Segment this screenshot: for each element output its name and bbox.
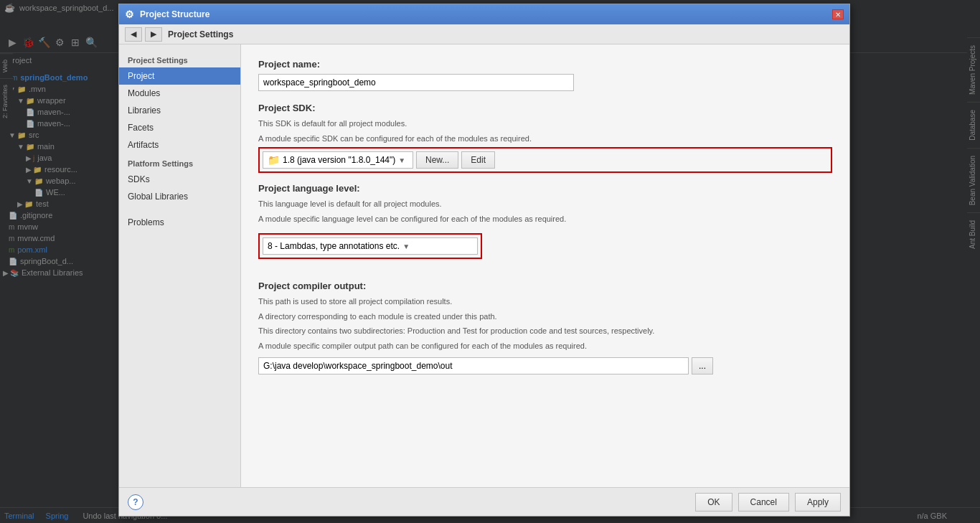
compiler-output-row: ... bbox=[258, 357, 832, 374]
compiler-desc2: A directory corresponding to each module… bbox=[258, 311, 832, 323]
compiler-output-label: Project compiler output: bbox=[258, 281, 832, 291]
sidebar-item-global-libraries[interactable]: Global Libraries bbox=[119, 188, 240, 205]
sidebar-item-libraries[interactable]: Libraries bbox=[119, 102, 240, 119]
dialog-sidebar: Project Settings Project Modules Librari… bbox=[119, 44, 241, 487]
sdk-selector-box: 📁 1.8 (java version "1.8.0_144") ▼ New..… bbox=[258, 147, 832, 173]
project-settings-section: Project Settings bbox=[119, 53, 240, 67]
sidebar-item-project[interactable]: Project bbox=[119, 67, 240, 85]
project-name-label: Project name: bbox=[258, 59, 832, 70]
dialog-body: Project Settings Project Modules Librari… bbox=[119, 44, 849, 487]
lang-dropdown-arrow: ▼ bbox=[402, 242, 410, 250]
compiler-desc3: This directory contains two subdirectori… bbox=[258, 325, 832, 337]
sdk-dropdown[interactable]: 📁 1.8 (java version "1.8.0_144") ▼ bbox=[263, 151, 413, 169]
lang-level-dropdown[interactable]: 8 - Lambdas, type annotations etc. ▼ bbox=[263, 237, 478, 255]
sdk-label: Project SDK: bbox=[258, 103, 832, 113]
dialog-main-content: Project name: Project SDK: This SDK is d… bbox=[241, 44, 849, 487]
sidebar-item-sdks[interactable]: SDKs bbox=[119, 171, 240, 188]
dialog-close-btn[interactable]: ✕ bbox=[832, 9, 844, 19]
nav-section-label: Project Settings bbox=[168, 29, 233, 39]
compiler-output-input[interactable] bbox=[258, 357, 689, 374]
compiler-desc4: A module specific compiler output path c… bbox=[258, 340, 832, 352]
compiler-desc1: This path is used to store all project c… bbox=[258, 296, 832, 308]
lang-level-box: 8 - Lambdas, type annotations etc. ▼ bbox=[258, 233, 482, 259]
apply-button[interactable]: Apply bbox=[795, 493, 841, 512]
ok-button[interactable]: OK bbox=[695, 493, 732, 512]
lang-level-label: Project language level: bbox=[258, 183, 832, 194]
lang-level-desc2: A module specific language level can be … bbox=[258, 213, 832, 225]
sdk-edit-btn[interactable]: Edit bbox=[461, 151, 495, 169]
sdk-desc2: A module specific SDK can be configured … bbox=[258, 133, 832, 145]
lang-level-desc1: This language level is default for all p… bbox=[258, 198, 832, 210]
sidebar-item-artifacts[interactable]: Artifacts bbox=[119, 136, 240, 154]
dialog-window-controls: ✕ bbox=[832, 9, 844, 19]
dialog-footer: ? OK Cancel Apply bbox=[119, 487, 849, 516]
dialog-title: Project Structure bbox=[140, 9, 209, 19]
sidebar-item-problems[interactable]: Problems bbox=[119, 214, 240, 231]
sidebar-item-modules[interactable]: Modules bbox=[119, 85, 240, 102]
project-structure-dialog: ⚙ Project Structure ✕ ◀ ▶ Project Settin… bbox=[118, 4, 850, 517]
back-button[interactable]: ◀ bbox=[125, 27, 142, 42]
dialog-navbar: ◀ ▶ Project Settings bbox=[119, 24, 849, 44]
project-name-input[interactable] bbox=[258, 74, 574, 91]
lang-level-value: 8 - Lambdas, type annotations etc. bbox=[268, 241, 400, 251]
sidebar-item-facets[interactable]: Facets bbox=[119, 119, 240, 136]
browse-output-btn[interactable]: ... bbox=[692, 357, 713, 374]
sdk-dropdown-arrow: ▼ bbox=[398, 156, 405, 164]
dialog-title-icon: ⚙ bbox=[125, 9, 134, 20]
help-button[interactable]: ? bbox=[128, 494, 143, 510]
dialog-titlebar: ⚙ Project Structure ✕ bbox=[119, 4, 849, 24]
cancel-button[interactable]: Cancel bbox=[738, 493, 789, 512]
sdk-desc1: This SDK is default for all project modu… bbox=[258, 118, 832, 130]
sdk-new-btn[interactable]: New... bbox=[416, 151, 458, 169]
sdk-value: 1.8 (java version "1.8.0_144") bbox=[283, 155, 395, 165]
sdk-folder-icon: 📁 bbox=[268, 154, 280, 166]
platform-settings-section: Platform Settings bbox=[119, 156, 240, 171]
forward-button[interactable]: ▶ bbox=[145, 27, 162, 42]
